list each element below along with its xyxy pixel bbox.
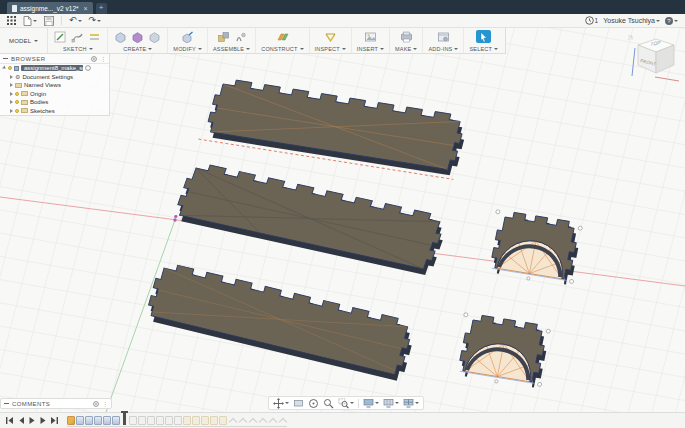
visibility-bulb-icon[interactable] xyxy=(15,92,19,96)
group-label-make[interactable]: MAKE xyxy=(395,46,417,52)
zoom-window-button[interactable] xyxy=(338,398,354,409)
new-tab-button[interactable]: + xyxy=(96,3,107,14)
group-label-modify[interactable]: MODIFY xyxy=(173,46,202,52)
display-mode-icon[interactable] xyxy=(91,56,97,62)
expand-caret-icon[interactable] xyxy=(10,75,13,79)
addins-icon[interactable] xyxy=(436,30,451,43)
group-label-construct[interactable]: CONSTRUCT xyxy=(261,46,303,52)
press-pull-icon[interactable] xyxy=(180,30,195,43)
timeline-feature-sketch[interactable] xyxy=(147,416,155,425)
timeline-feature-sketch[interactable] xyxy=(129,416,137,425)
3d-print-icon[interactable] xyxy=(399,30,414,43)
radio-icon[interactable] xyxy=(85,65,91,71)
browser-item-origin[interactable]: Origin xyxy=(0,90,109,99)
orbit-button[interactable] xyxy=(308,398,319,409)
view-cube[interactable]: TOP FRONT xyxy=(625,30,683,85)
canvas-3d-viewport[interactable]: MODEL SKETCH CREATE xyxy=(0,28,685,412)
undo-button[interactable]: ↶ xyxy=(69,16,82,25)
new-component-icon[interactable] xyxy=(216,30,231,43)
browser-root-row[interactable]: assignment8_make_somethin... xyxy=(0,64,109,73)
panel-menu-icon[interactable]: ⋮ xyxy=(100,56,106,62)
timeline-feature-chevron[interactable] xyxy=(278,416,287,425)
comments-target-icon[interactable] xyxy=(93,401,99,407)
viewports-button[interactable] xyxy=(403,398,419,408)
timeline-feature-box[interactable] xyxy=(219,416,227,425)
box-icon[interactable] xyxy=(147,30,162,43)
panel-menu-icon[interactable]: ⋮ xyxy=(102,401,108,407)
timeline-feature-extrude[interactable] xyxy=(76,416,84,425)
new-body-icon[interactable] xyxy=(113,30,128,43)
timeline-marker[interactable] xyxy=(123,412,126,425)
collapse-panel-icon[interactable] xyxy=(4,403,9,405)
expand-caret-icon[interactable] xyxy=(10,100,13,104)
measure-icon[interactable] xyxy=(323,30,338,43)
visibility-bulb-icon[interactable] xyxy=(8,66,12,70)
look-at-button[interactable] xyxy=(293,398,304,408)
spline-icon[interactable] xyxy=(70,30,85,43)
expand-caret-icon[interactable] xyxy=(2,66,7,71)
construction-plane-icon[interactable] xyxy=(275,30,290,43)
comments-bar[interactable]: COMMENTS ⋮ xyxy=(0,398,112,409)
joint-icon[interactable] xyxy=(233,30,248,43)
visibility-bulb-icon[interactable] xyxy=(15,100,19,104)
help-menu[interactable]: ? xyxy=(665,17,678,25)
app-grid-icon[interactable] xyxy=(7,16,16,25)
root-component-name[interactable]: assignment8_make_somethin... xyxy=(21,65,83,71)
browser-item-bodies[interactable]: Bodies xyxy=(0,98,109,107)
timeline-feature-chevron[interactable] xyxy=(258,416,267,425)
close-tab-icon[interactable]: × xyxy=(84,5,88,12)
file-menu-button[interactable] xyxy=(23,16,37,26)
timeline-feature-extrude[interactable] xyxy=(85,416,93,425)
group-label-assemble[interactable]: ASSEMBLE xyxy=(213,46,250,52)
user-menu[interactable]: Yosuke Tsuchiya xyxy=(603,17,660,24)
browser-item-named-views[interactable]: Named Views xyxy=(0,81,109,90)
timeline-feature-extrude[interactable] xyxy=(94,416,102,425)
timeline-feature-sketch[interactable] xyxy=(156,416,164,425)
workspace-switcher[interactable]: MODEL xyxy=(0,28,48,53)
pan-button[interactable] xyxy=(273,398,289,409)
timeline-feature-sketch[interactable] xyxy=(67,416,75,425)
play-button[interactable] xyxy=(28,416,36,425)
group-label-create[interactable]: CREATE xyxy=(123,46,152,52)
timeline-feature-chevron[interactable] xyxy=(248,416,257,425)
timeline-feature-chevron[interactable] xyxy=(268,416,277,425)
timeline-feature-box[interactable] xyxy=(210,416,218,425)
browser-item-document-settings[interactable]: ⚙ Document Settings xyxy=(0,73,109,82)
job-status-button[interactable]: 1 xyxy=(585,16,599,25)
redo-button[interactable]: ↷ xyxy=(89,16,102,25)
timeline-feature-sketch[interactable] xyxy=(138,416,146,425)
document-tab[interactable]: assignme..._v2 v12* × xyxy=(7,2,93,14)
timeline-feature-box[interactable] xyxy=(192,416,200,425)
group-label-sketch[interactable]: SKETCH xyxy=(63,46,93,52)
timeline-feature-extrude[interactable] xyxy=(112,416,120,425)
expand-caret-icon[interactable] xyxy=(10,92,13,96)
expand-caret-icon[interactable] xyxy=(10,83,13,87)
visibility-bulb-icon[interactable] xyxy=(15,109,19,113)
group-label-select[interactable]: SELECT xyxy=(469,46,498,52)
save-button[interactable] xyxy=(44,16,54,26)
timeline-feature-box[interactable] xyxy=(183,416,191,425)
collapse-panel-icon[interactable] xyxy=(3,58,8,60)
expand-caret-icon[interactable] xyxy=(10,109,13,113)
timeline-feature-sketch[interactable] xyxy=(174,416,182,425)
timeline-feature-sketch[interactable] xyxy=(165,416,173,425)
step-back-button[interactable] xyxy=(17,416,25,425)
timeline-feature-chevron[interactable] xyxy=(238,416,247,425)
timeline-feature-extrude[interactable] xyxy=(103,416,111,425)
select-icon[interactable] xyxy=(476,30,491,43)
line-icon[interactable] xyxy=(87,30,102,43)
group-label-inspect[interactable]: INSPECT xyxy=(315,46,346,52)
browser-item-sketches[interactable]: Sketches xyxy=(0,107,109,116)
create-sketch-icon[interactable] xyxy=(53,30,68,43)
group-label-addins[interactable]: ADD-INS xyxy=(428,46,458,52)
go-to-start-button[interactable] xyxy=(5,416,14,425)
insert-image-icon[interactable] xyxy=(363,30,378,43)
group-label-insert[interactable]: INSERT xyxy=(357,46,384,52)
timeline-feature-chevron[interactable] xyxy=(228,416,237,425)
step-forward-button[interactable] xyxy=(39,416,47,425)
timeline-feature-box[interactable] xyxy=(201,416,209,425)
display-settings-button[interactable] xyxy=(363,398,379,408)
zoom-button[interactable] xyxy=(323,398,334,409)
grid-snaps-button[interactable] xyxy=(383,398,399,408)
go-to-end-button[interactable] xyxy=(50,416,59,425)
